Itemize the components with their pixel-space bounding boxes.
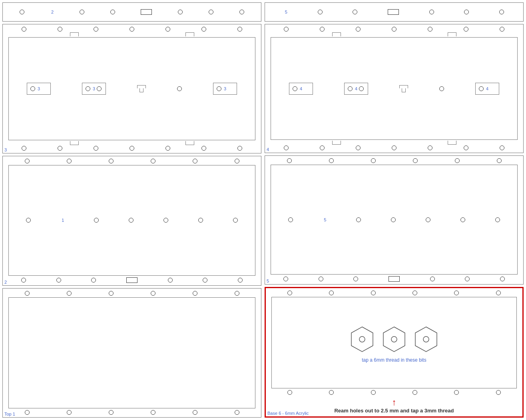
hole <box>496 390 501 395</box>
hole <box>283 277 288 281</box>
hole <box>239 10 244 14</box>
panel-4: 4 4 4 <box>265 24 524 153</box>
hole <box>238 278 243 283</box>
hole <box>464 145 468 150</box>
hole <box>500 27 504 32</box>
ream-arrow-icon: ↑ <box>271 398 518 407</box>
t-top <box>399 85 408 88</box>
hole <box>80 10 84 14</box>
hole <box>177 86 182 91</box>
hole <box>356 217 361 222</box>
hole <box>237 27 242 32</box>
hole <box>329 158 334 163</box>
panelTop1-bottom-holes <box>4 409 259 416</box>
hole <box>91 278 96 283</box>
hole <box>193 410 197 415</box>
hole <box>356 27 361 32</box>
hole <box>293 86 297 91</box>
sub-box-4a: 4 <box>289 83 313 95</box>
panel5b-num: 5 <box>324 217 326 222</box>
svg-marker-4 <box>415 327 437 352</box>
hole <box>130 146 134 151</box>
panel-5b: 5 5 <box>265 155 524 285</box>
panel1-top-holes <box>4 158 259 164</box>
panel4-sub-boxes: 4 4 4 <box>271 81 517 96</box>
t-stem <box>139 88 143 92</box>
hole <box>30 86 35 91</box>
hole <box>496 291 501 295</box>
hole <box>391 217 396 222</box>
hole <box>94 146 98 151</box>
base6-bottom-holes <box>267 389 521 396</box>
strip-panel-5: 5 <box>265 2 524 22</box>
sub-label: 3 <box>38 86 40 91</box>
hole <box>25 159 30 163</box>
hole <box>454 291 459 295</box>
hole <box>235 291 239 296</box>
hole <box>58 146 62 151</box>
hole <box>454 390 459 395</box>
main-layout: 2 5 <box>0 0 526 420</box>
hole <box>500 277 505 281</box>
panel5b-label: 5 <box>267 279 269 283</box>
panel4-label: 4 <box>267 147 269 152</box>
strip-label-5: 5 <box>285 10 287 14</box>
hole <box>497 158 502 163</box>
notch-top-left <box>332 32 341 36</box>
hole <box>412 291 417 295</box>
hole <box>86 86 90 91</box>
hole <box>455 158 460 163</box>
hole <box>428 27 432 32</box>
panel1-inner: 1 <box>8 165 255 275</box>
hole <box>151 159 155 163</box>
panel4-inner: 4 4 4 <box>271 37 518 140</box>
hole <box>165 27 170 32</box>
hole <box>479 86 484 91</box>
hole <box>464 10 469 14</box>
hole <box>26 218 31 223</box>
hole <box>109 291 114 296</box>
hole <box>56 278 61 283</box>
hole <box>58 27 62 32</box>
sub-label: 4 <box>486 86 488 91</box>
sub-label: 4 <box>355 86 357 91</box>
hole <box>168 278 173 283</box>
hole <box>237 146 242 151</box>
hole <box>499 10 504 14</box>
panel-top1: Top 1 <box>2 288 261 418</box>
panel4-top-holes <box>267 26 522 32</box>
panel5b-inner: 5 <box>271 165 518 275</box>
hole <box>22 146 26 151</box>
hole <box>329 390 334 395</box>
rect-slot <box>141 9 152 15</box>
base6-label: Base 6 - 6mm Acrylic <box>267 411 309 416</box>
svg-marker-0 <box>351 327 373 352</box>
panel1-inner-holes: 1 <box>9 216 255 224</box>
hole <box>413 158 418 163</box>
notch-top-right <box>185 32 194 36</box>
hole <box>21 278 26 283</box>
panel3-sub-boxes: 3 3 <box>9 81 255 96</box>
hole <box>319 277 323 281</box>
sub-label: 3 <box>93 86 95 91</box>
sub-box-4b: 4 <box>344 83 368 95</box>
hole <box>151 291 155 296</box>
hole <box>201 27 206 32</box>
hole <box>371 158 376 163</box>
hole <box>284 27 289 32</box>
top-strips-row: 2 5 <box>2 2 524 22</box>
hole <box>235 159 239 163</box>
sub-box-3c: 3 <box>213 83 237 95</box>
hole <box>110 10 115 14</box>
panel-base6: tap a 6mm thread in these bits Base 6 - … <box>265 287 524 418</box>
hole <box>67 291 72 296</box>
hole <box>217 86 221 91</box>
panel1-label: 2 <box>4 280 7 285</box>
panel1-num: 1 <box>62 218 64 223</box>
t-top <box>137 85 146 88</box>
hex-group <box>272 322 516 356</box>
panel5b-top-holes <box>267 157 522 164</box>
hole <box>495 217 500 222</box>
notch-top-right <box>448 32 456 36</box>
hole <box>318 10 323 14</box>
